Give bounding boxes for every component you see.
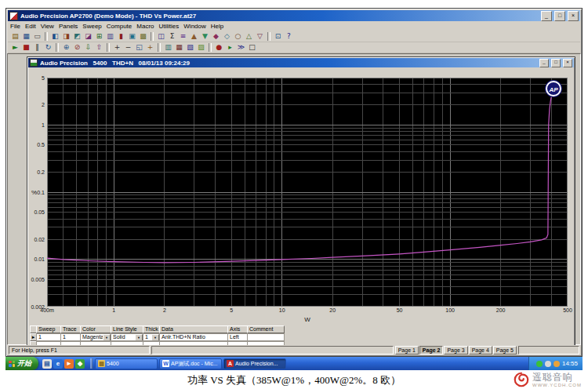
menu-sweep[interactable]: Sweep — [80, 22, 103, 31]
y-tick-label: 1 — [28, 122, 45, 128]
toolbar-separator — [151, 32, 154, 41]
task-button-ap-doc-mic-[interactable]: WAP测试.doc - Mic... — [159, 358, 222, 369]
learn-macro-icon[interactable]: ● — [214, 42, 224, 52]
digital-analyzer-panel-icon[interactable]: ◩ — [72, 31, 82, 41]
optimize-graph-icon[interactable]: ◱ — [134, 42, 144, 52]
tab-page-5[interactable]: Page 5 — [493, 346, 517, 354]
tab-page-1[interactable]: Page 1 — [395, 346, 419, 354]
maximize-panels-icon[interactable]: ⊡ — [273, 31, 283, 41]
dmm-panel-icon[interactable]: ▽ — [255, 31, 265, 41]
menu-window[interactable]: Window — [181, 22, 208, 31]
graph-minimize-button[interactable]: _ — [539, 59, 549, 67]
graph-close-button[interactable]: × — [563, 59, 572, 67]
dropdown-arrow-icon[interactable]: ▼ — [103, 334, 111, 341]
close-button[interactable]: × — [568, 11, 579, 21]
run-macro-icon[interactable]: ▸ — [225, 42, 235, 52]
y-tick-label: 0.005 — [28, 277, 45, 282]
menu-compute[interactable]: Compute — [104, 22, 134, 31]
tab-page-2[interactable]: Page 2 — [419, 346, 444, 354]
spectrum-view-icon[interactable]: ▨ — [196, 42, 206, 52]
stop-macro-icon[interactable]: □ — [247, 42, 257, 52]
go-sweep-icon[interactable]: ► — [10, 42, 20, 52]
menu-help[interactable]: Help — [209, 22, 226, 31]
start-button[interactable]: 开始 — [5, 357, 38, 370]
speaker-monitor-icon[interactable]: ◆ — [211, 31, 221, 41]
maximize-button[interactable]: □ — [554, 11, 565, 21]
media-player-icon[interactable]: ► — [64, 359, 74, 369]
dropdown-arrow-icon[interactable]: ▼ — [135, 334, 143, 341]
regulation-panel-icon[interactable]: ▲ — [189, 31, 199, 41]
menu-utilities[interactable]: Utilities — [157, 22, 182, 31]
export-data-icon[interactable]: ⇧ — [94, 42, 104, 52]
stop-sweep-icon[interactable]: ■ — [21, 42, 31, 52]
step-macro-icon[interactable]: ≫ — [236, 42, 246, 52]
open-test-icon[interactable]: ▤ — [10, 31, 20, 41]
toolbar-row-1: ▤▦▭◧◨◩◪⊞▥▮▣▩◫Σ≡▲▼◆◇○△▽⊡? — [8, 31, 580, 42]
graph-view-icon[interactable]: ▧ — [185, 42, 195, 52]
menu-view[interactable]: View — [38, 22, 56, 31]
digital-generator-panel-icon[interactable]: ◪ — [83, 31, 93, 41]
append-data-icon[interactable]: ⊕ — [61, 42, 71, 52]
network-tray-icon[interactable] — [554, 361, 560, 367]
watermark-logo-icon — [513, 371, 530, 388]
ap-logo: AP — [546, 81, 561, 96]
toolbar-separator — [158, 43, 161, 52]
sync-panel-icon[interactable]: ◇ — [222, 31, 232, 41]
messenger-icon[interactable]: ◆ — [75, 359, 85, 369]
analyzer-panel-icon[interactable]: ◧ — [50, 31, 60, 41]
tab-page-4[interactable]: Page 4 — [469, 346, 492, 354]
quick-launch-bar: ▤e►◆ — [38, 359, 89, 369]
toolbar-separator — [209, 43, 212, 52]
tab-page-3[interactable]: Page 3 — [444, 346, 467, 354]
cell-sweep[interactable]: 1 — [36, 333, 61, 341]
internet-explorer-icon[interactable]: e — [53, 359, 63, 369]
column-header-trace: Trace — [60, 325, 81, 333]
generator-panel-icon[interactable]: ◨ — [61, 31, 71, 41]
bar-graph-view-icon[interactable]: ▥ — [163, 42, 173, 52]
cell-thick[interactable]: 1▼ — [143, 333, 160, 341]
x-tick-label: 200 — [496, 307, 506, 314]
menu-panels[interactable]: Panels — [56, 22, 80, 31]
cell-comment[interactable] — [247, 333, 285, 341]
show-desktop-icon[interactable]: ▤ — [42, 359, 52, 369]
cursor-icon[interactable]: + — [145, 42, 155, 52]
cell-axis[interactable]: Left — [227, 333, 248, 341]
menu-file[interactable]: File — [8, 22, 23, 31]
zoom-in-icon[interactable]: + — [112, 42, 122, 52]
menu-macro[interactable]: Macro — [134, 22, 156, 31]
settling-panel-icon[interactable]: ▥ — [105, 31, 115, 41]
multitone-panel-icon[interactable]: ▼ — [200, 31, 210, 41]
switcher-panel-icon[interactable]: ○ — [233, 31, 243, 41]
clear-data-icon[interactable]: ⊘ — [72, 42, 82, 52]
cell-color[interactable]: Magenta▼ — [80, 333, 111, 341]
title-bar: Audio Precision AP2700 (Demo Mode) - THD… — [8, 10, 580, 21]
menu-edit[interactable]: Edit — [23, 22, 38, 31]
data-editor-panel-icon[interactable]: ▩ — [138, 31, 148, 41]
graph-panel-icon[interactable]: ◫ — [156, 31, 166, 41]
dropdown-arrow-icon[interactable]: ▼ — [151, 334, 159, 341]
compute-panel-icon[interactable]: Σ — [167, 31, 177, 41]
volume-tray-icon[interactable] — [545, 361, 551, 367]
help-icon[interactable]: ? — [284, 31, 294, 41]
minimize-button[interactable]: _ — [541, 11, 552, 21]
task-button-audio-precision-[interactable]: AAudio Precision... — [223, 358, 286, 369]
cell-trace[interactable]: 1 — [60, 333, 81, 341]
save-test-icon[interactable]: ▦ — [21, 31, 31, 41]
graph-maximize-button[interactable]: □ — [551, 59, 561, 67]
antivirus-tray-icon[interactable] — [536, 361, 543, 367]
cell-data[interactable]: Anlr.THD+N Ratio — [159, 333, 228, 341]
task-button-5400[interactable]: ▤5400 — [95, 358, 158, 369]
status-panel-icon[interactable]: ▣ — [127, 31, 137, 41]
zoom-out-icon[interactable]: − — [123, 42, 133, 52]
repeat-sweep-icon[interactable]: ↻ — [43, 42, 53, 52]
cell-line-style[interactable]: Solid▼ — [111, 333, 143, 341]
table-view-icon[interactable]: ▦ — [174, 42, 184, 52]
sweep-panel-icon[interactable]: ⊞ — [94, 31, 104, 41]
y-tick-label: 0.1 — [28, 190, 45, 195]
bar-graph-panel-icon[interactable]: ▮ — [116, 31, 126, 41]
print-icon[interactable]: ▭ — [32, 31, 42, 41]
macro-editor-icon[interactable]: ≡ — [178, 31, 188, 41]
import-data-icon[interactable]: ⇩ — [83, 42, 93, 52]
pause-sweep-icon[interactable]: ‖ — [32, 42, 42, 52]
dcx-panel-icon[interactable]: △ — [244, 31, 254, 41]
